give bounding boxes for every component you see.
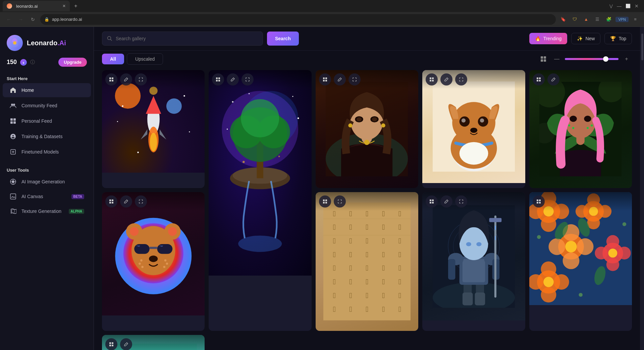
sidebar-item-finetuned[interactable]: Finetuned Models (3, 145, 91, 159)
reload-button[interactable]: ↻ (28, 15, 38, 24)
item-remix-btn-6[interactable] (105, 195, 117, 208)
item-expand-btn-1[interactable] (135, 73, 147, 85)
address-bar[interactable]: 🔒 app.leonardo.ai (40, 14, 556, 25)
svg-point-91 (459, 142, 488, 164)
item-expand-btn-4[interactable] (455, 73, 467, 85)
svg-text:𓈖: 𓈖 (366, 250, 368, 259)
svg-point-233 (541, 287, 556, 303)
item-edit-btn-4[interactable] (440, 73, 452, 85)
credits-info-icon[interactable]: ⓘ (30, 59, 35, 65)
svg-point-59 (238, 236, 282, 252)
item-expand-btn-7[interactable] (334, 195, 346, 208)
gallery-scroll[interactable]: 𓂀 𓃒 𓅱 𓆑 𓇋 𓈖 𓉐 𓊃 𓋴 𓌀 (94, 65, 640, 350)
svg-rect-277 (112, 345, 113, 346)
forward-button[interactable]: → (16, 15, 25, 24)
svg-text:𓐍: 𓐍 (349, 278, 352, 286)
scrollbar-thumb[interactable] (641, 34, 643, 60)
item-remix-btn-7[interactable] (319, 195, 331, 208)
item-edit-btn-10[interactable] (120, 338, 132, 350)
svg-point-88 (480, 118, 484, 122)
sidebar-item-ai-image[interactable]: AI Image Generation (3, 175, 91, 189)
extensions-button[interactable]: 🛡 (570, 15, 579, 24)
svg-rect-109 (539, 77, 541, 79)
svg-rect-95 (432, 80, 434, 81)
item-remix-btn-9[interactable] (533, 195, 545, 208)
vertical-scrollbar[interactable] (640, 27, 644, 350)
item-edit-btn-1[interactable] (120, 73, 132, 85)
top-button[interactable]: 🏆 Top (604, 33, 632, 44)
zoom-out-button[interactable]: — (551, 54, 562, 64)
item-remix-btn-3[interactable] (319, 73, 331, 85)
sidebar-item-personal-feed[interactable]: Personal Feed (3, 114, 91, 128)
svg-rect-93 (432, 77, 434, 79)
gallery-item-9[interactable] (529, 192, 632, 331)
zoom-in-button[interactable]: + (621, 54, 632, 64)
item-edit-btn-2[interactable] (227, 73, 239, 85)
sidebar-item-ai-canvas[interactable]: AI Canvas BETA (3, 189, 91, 203)
item-edit-btn-6[interactable] (120, 195, 132, 208)
personal-feed-label: Personal Feed (21, 118, 52, 124)
user-tools-label: User Tools (0, 165, 94, 174)
bookmark-button[interactable]: 🔖 (558, 15, 568, 24)
gallery-item-2[interactable] (209, 70, 311, 331)
active-tab[interactable]: leonardo.ai ✕ (3, 1, 70, 11)
texture-icon (9, 208, 17, 215)
item-remix-btn-1[interactable] (105, 73, 117, 85)
gallery-item-3[interactable] (316, 70, 418, 188)
sidebar-item-home[interactable]: Home (3, 83, 91, 97)
vpn-badge[interactable]: VPN (615, 17, 629, 22)
new-tab-button[interactable]: + (71, 1, 80, 11)
zoom-slider[interactable] (565, 58, 619, 60)
item-remix-btn-2[interactable] (212, 73, 224, 85)
item-overlay-6 (102, 192, 205, 211)
sidebar-item-texture[interactable]: Texture Generation ALPHA (3, 204, 91, 218)
new-button[interactable]: ✨ New (571, 33, 600, 44)
sidebar-item-community-feed[interactable]: Community Feed (3, 99, 91, 113)
item-remix-btn-10[interactable] (105, 338, 117, 350)
gallery-item-6[interactable] (102, 192, 205, 331)
item-remix-btn-4[interactable] (426, 73, 438, 85)
grid-view-button[interactable] (538, 54, 549, 64)
search-button[interactable]: Search (267, 32, 299, 46)
trending-button[interactable]: 🔥 Trending (529, 33, 568, 44)
item-expand-btn-2[interactable] (241, 73, 254, 85)
close-window-button[interactable]: ✕ (635, 3, 639, 9)
sidebar-toggle[interactable]: ☰ (593, 15, 602, 24)
item-remix-btn-8[interactable] (426, 195, 438, 208)
sidebar-item-training[interactable]: Training & Datasets (3, 129, 91, 143)
svg-rect-189 (463, 259, 485, 282)
minimize-button[interactable]: — (617, 3, 622, 9)
extensions-list-button[interactable]: 🧩 (604, 15, 613, 24)
svg-text:𓆑: 𓆑 (366, 223, 368, 232)
item-remix-btn-5[interactable] (533, 73, 545, 85)
back-button[interactable]: ← (4, 15, 13, 24)
gallery-item-1[interactable] (102, 70, 205, 188)
menu-button[interactable]: ≡ (631, 15, 640, 24)
svg-point-197 (476, 242, 481, 246)
all-tab[interactable]: All (102, 54, 124, 64)
item-edit-btn-3[interactable] (334, 73, 346, 85)
gallery-item-8[interactable] (422, 192, 525, 331)
item-expand-btn-3[interactable] (348, 73, 361, 85)
maximize-button[interactable]: ⬜ (626, 4, 631, 8)
svg-point-118 (168, 227, 177, 236)
gallery-item-4[interactable] (422, 70, 525, 188)
gallery-item-5[interactable] (529, 70, 632, 188)
svg-point-123 (140, 259, 143, 261)
svg-rect-200 (495, 226, 496, 230)
main-content: Search 🔥 Trending ✨ New 🏆 Top All Upscal… (94, 27, 640, 350)
svg-rect-111 (539, 80, 541, 81)
tab-close-button[interactable]: ✕ (62, 4, 66, 8)
gallery-item-10[interactable] (102, 335, 205, 350)
item-expand-btn-8[interactable] (455, 195, 467, 208)
gallery-item-7[interactable]: 𓂀 𓃒 𓅱 𓆑 𓇋 𓈖 𓉐 𓊃 𓋴 𓌀 (316, 192, 418, 331)
item-expand-btn-6[interactable] (135, 195, 147, 208)
item-edit-btn-5[interactable] (547, 73, 559, 85)
tab-list-button[interactable]: ⋁ (609, 4, 613, 8)
upgrade-button[interactable]: Upgrade (58, 58, 87, 67)
item-edit-btn-8[interactable] (440, 195, 452, 208)
search-input[interactable] (116, 36, 258, 41)
profile-button[interactable]: ▲ (581, 15, 591, 24)
svg-point-240 (537, 235, 541, 239)
upscaled-tab[interactable]: Upscaled (127, 53, 163, 65)
